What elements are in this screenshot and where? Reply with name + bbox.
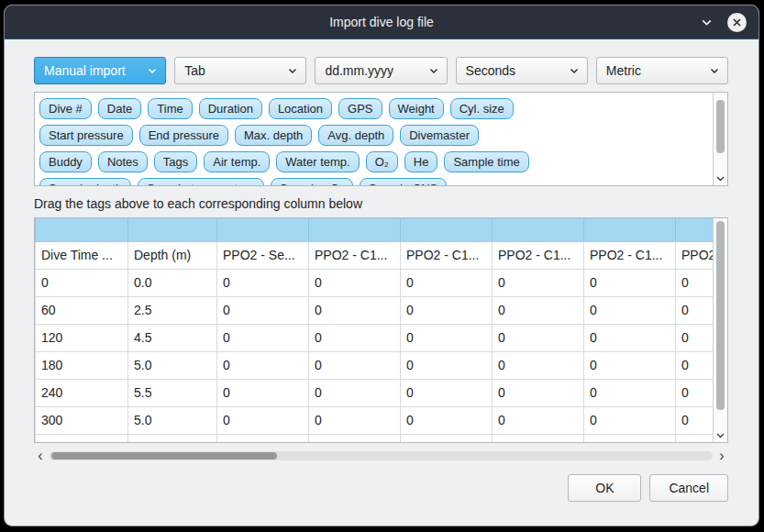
tag-row: Dive #DateTimeDurationLocationGPSWeightC… bbox=[39, 98, 709, 119]
scroll-left-arrow-icon[interactable]: ‹ bbox=[34, 449, 47, 461]
horizontal-scrollbar[interactable]: ‹ › bbox=[34, 449, 728, 462]
column-header: PPO2 - C1... bbox=[401, 241, 493, 269]
drag-tag[interactable]: O₂ bbox=[366, 151, 398, 172]
column-drop-target[interactable] bbox=[676, 218, 714, 241]
drag-tag[interactable]: Water temp. bbox=[276, 151, 359, 172]
drag-tag[interactable]: Sample CNS bbox=[360, 178, 447, 185]
table-cell: 5.0 bbox=[128, 351, 217, 379]
combo-date-format[interactable]: dd.mm.yyyy bbox=[315, 57, 447, 84]
tag-row: Start pressureEnd pressureMax. depthAvg.… bbox=[39, 125, 709, 146]
column-drop-target[interactable] bbox=[584, 218, 676, 241]
table-cell: 0 bbox=[309, 324, 401, 351]
drag-tag[interactable]: Cyl. size bbox=[450, 98, 514, 119]
drag-tag[interactable]: Buddy bbox=[39, 151, 92, 172]
table-cell: 5.0 bbox=[128, 406, 217, 434]
drag-tag[interactable]: GPS bbox=[338, 98, 382, 119]
table-cell bbox=[493, 434, 584, 442]
scroll-right-arrow-icon[interactable]: › bbox=[715, 449, 728, 461]
combo-duration-format[interactable]: Seconds bbox=[456, 57, 588, 84]
combo-value: Manual import bbox=[44, 63, 126, 78]
drag-tag[interactable]: Max. depth bbox=[235, 125, 312, 146]
table-cell: 0 bbox=[217, 406, 309, 434]
table-cell: 0 bbox=[676, 296, 714, 324]
drag-tag[interactable]: Duration bbox=[199, 98, 262, 119]
ok-button[interactable]: OK bbox=[568, 474, 641, 502]
drag-tag[interactable]: Tags bbox=[154, 151, 197, 172]
titlebar-buttons bbox=[700, 13, 758, 32]
table-cell: 0 bbox=[217, 379, 309, 406]
table-cell: 0 bbox=[309, 351, 401, 379]
drag-tag[interactable]: Dive # bbox=[39, 98, 92, 119]
column-header: PPO2 - Se... bbox=[217, 241, 309, 269]
tag-pool: Dive #DateTimeDurationLocationGPSWeightC… bbox=[35, 93, 713, 185]
combo-value: Tab bbox=[184, 63, 205, 78]
combo-value: dd.mm.yyyy bbox=[325, 63, 393, 78]
drag-tag[interactable]: Divemaster bbox=[400, 125, 479, 146]
drag-tag[interactable]: Sample time bbox=[444, 151, 528, 172]
drag-tag[interactable]: Weight bbox=[389, 98, 444, 119]
column-drop-target[interactable] bbox=[309, 218, 401, 241]
drag-tag[interactable]: Sample depth bbox=[39, 178, 131, 185]
drag-tag[interactable]: Start pressure bbox=[39, 125, 133, 146]
table-cell: 0 bbox=[584, 406, 676, 434]
drop-row bbox=[36, 218, 714, 241]
table-cell: 0 bbox=[584, 379, 676, 406]
drag-tag[interactable]: Avg. depth bbox=[318, 125, 393, 146]
table-cell bbox=[676, 434, 714, 442]
scrollbar-track[interactable] bbox=[50, 451, 713, 460]
chevron-down-icon[interactable] bbox=[715, 173, 725, 183]
scrollbar-thumb[interactable] bbox=[716, 100, 725, 153]
table-cell bbox=[217, 434, 309, 442]
table-cell: 0 bbox=[584, 351, 676, 379]
column-header: PPO2 - C1... bbox=[584, 241, 676, 269]
table-cell: 0 bbox=[493, 351, 584, 379]
tag-pool-container: Dive #DateTimeDurationLocationGPSWeightC… bbox=[34, 92, 728, 186]
table-row: 00.0000000 bbox=[36, 269, 714, 296]
drag-tag[interactable]: Time bbox=[148, 98, 192, 119]
table-cell: 0 bbox=[584, 269, 676, 296]
drag-tag[interactable]: He bbox=[404, 151, 438, 172]
chevron-down-icon[interactable] bbox=[715, 430, 725, 440]
drag-tag[interactable]: Location bbox=[269, 98, 332, 119]
table-cell: 0 bbox=[217, 351, 309, 379]
close-button[interactable] bbox=[727, 13, 747, 32]
drag-tag[interactable]: End pressure bbox=[139, 125, 228, 146]
scrollbar-thumb[interactable] bbox=[716, 221, 725, 410]
column-drop-target[interactable] bbox=[493, 218, 584, 241]
table-cell: 0 bbox=[309, 296, 401, 324]
drag-tag[interactable]: Notes bbox=[98, 151, 148, 172]
scrollbar-thumb[interactable] bbox=[51, 452, 277, 460]
chevron-down-icon[interactable] bbox=[700, 16, 714, 29]
drag-tag[interactable]: Air temp. bbox=[204, 151, 270, 172]
table-cell: 300 bbox=[36, 406, 128, 434]
cancel-button[interactable]: Cancel bbox=[649, 474, 728, 502]
table-cell: 120 bbox=[36, 324, 128, 351]
table-cell: 0 bbox=[676, 351, 714, 379]
drag-instruction: Drag the tags above to each correspondin… bbox=[34, 196, 728, 211]
table-row: 1204.5000000 bbox=[36, 324, 714, 351]
table-cell: 0 bbox=[217, 269, 309, 296]
column-header: PPO2 - C1... bbox=[676, 241, 714, 269]
tag-pool-scrollbar[interactable] bbox=[713, 93, 727, 185]
drag-tag[interactable]: Sample pO₂ bbox=[271, 178, 353, 185]
column-drop-target[interactable] bbox=[128, 218, 217, 241]
table-cell: 0 bbox=[401, 379, 493, 406]
column-drop-target[interactable] bbox=[401, 218, 493, 241]
drag-tag[interactable]: Sample temperature bbox=[138, 178, 264, 185]
drag-tag[interactable]: Date bbox=[98, 98, 141, 119]
column-drop-target[interactable] bbox=[36, 218, 128, 241]
dialog-buttons: OK Cancel bbox=[34, 474, 728, 502]
chevron-down-icon bbox=[709, 65, 720, 76]
combo-field-separator[interactable]: Tab bbox=[174, 57, 306, 84]
table-cell: 0.0 bbox=[128, 269, 217, 296]
table-row: 2405.5000000 bbox=[36, 379, 714, 406]
column-drop-target[interactable] bbox=[217, 218, 309, 241]
table-cell bbox=[36, 434, 128, 442]
table-cell: 0 bbox=[401, 351, 493, 379]
combo-units[interactable]: Metric bbox=[596, 57, 728, 84]
table-scrollbar[interactable] bbox=[713, 218, 727, 442]
table-cell: 0 bbox=[676, 406, 714, 434]
table-body: Dive Time ...Depth (m)PPO2 - Se...PPO2 -… bbox=[36, 218, 714, 442]
combo-import-mode[interactable]: Manual import bbox=[34, 57, 166, 84]
column-header: Depth (m) bbox=[128, 241, 217, 269]
